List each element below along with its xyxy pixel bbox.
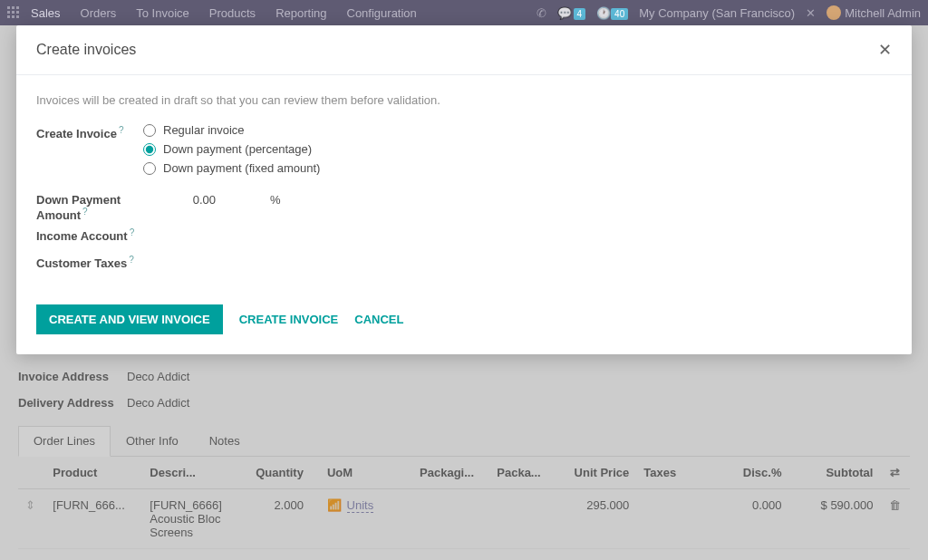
svg-rect-4 (12, 11, 14, 14)
company-selector[interactable]: My Company (San Francisco) (639, 6, 795, 20)
invoice-type-radiogroup: Regular invoice Down payment (percentage… (143, 123, 320, 175)
modal-title: Create invoices (36, 42, 878, 58)
apps-icon[interactable] (7, 6, 20, 19)
col-product: Product (45, 457, 142, 489)
messaging-icon[interactable]: 💬4 (557, 6, 586, 20)
col-subtotal: Subtotal (788, 457, 880, 489)
close-icon[interactable]: ✕ (878, 40, 892, 60)
cell-description: [FURN_6666] Acoustic Bloc Screens (142, 489, 239, 549)
delivery-address-label: Delivery Address (18, 396, 127, 410)
col-packaging: Packagi... (412, 457, 489, 489)
create-invoices-modal: Create invoices ✕ Invoices will be creat… (16, 25, 912, 354)
down-payment-unit: % (270, 193, 281, 207)
cell-unit-price: 295.000 (556, 489, 637, 549)
svg-rect-5 (16, 11, 19, 14)
col-taxes: Taxes (636, 457, 718, 489)
create-invoice-button[interactable]: Create Invoice (239, 313, 339, 326)
tab-notes[interactable]: Notes (194, 426, 256, 456)
svg-rect-6 (7, 15, 10, 18)
delivery-address-value: Deco Addict (127, 396, 189, 410)
svg-rect-7 (12, 15, 14, 18)
cell-uom[interactable]: Units (347, 498, 374, 513)
order-tabs: Order Lines Other Info Notes (18, 426, 910, 457)
cell-disc: 0.000 (718, 489, 789, 549)
invoice-address-value: Deco Addict (127, 370, 189, 383)
help-icon[interactable]: ? (129, 255, 134, 265)
help-icon[interactable]: ? (82, 207, 88, 217)
trash-icon[interactable]: 🗑 (889, 498, 901, 512)
table-row[interactable]: ⇕ [FURN_666... [FURN_6666] Acoustic Bloc… (18, 489, 910, 549)
col-unit-price: Unit Price (556, 457, 637, 489)
app-name[interactable]: Sales (31, 6, 61, 20)
cell-quantity: 2.000 (239, 489, 311, 549)
create-and-view-invoice-button[interactable]: Create and View Invoice (36, 304, 223, 334)
help-icon[interactable]: ? (130, 227, 135, 237)
main-menu: Orders To Invoice Products Reporting Con… (81, 6, 417, 20)
cancel-button[interactable]: Cancel (354, 313, 403, 326)
menu-to-invoice[interactable]: To Invoice (136, 6, 189, 20)
customer-taxes-label: Customer Taxes? (36, 253, 143, 270)
svg-rect-3 (7, 11, 10, 14)
menu-orders[interactable]: Orders (81, 6, 117, 20)
radio-down-fixed[interactable]: Down payment (fixed amount) (143, 161, 320, 175)
radio-down-percentage[interactable]: Down payment (percentage) (143, 142, 320, 156)
down-payment-value[interactable]: 0.00 (143, 193, 216, 207)
col-uom: UoM (311, 457, 412, 489)
menu-products[interactable]: Products (209, 6, 256, 20)
top-navbar: Sales Orders To Invoice Products Reporti… (0, 0, 928, 25)
col-disc: Disc.% (718, 457, 789, 489)
phone-icon[interactable]: ✆ (536, 6, 546, 20)
invoice-address-label: Invoice Address (18, 370, 127, 383)
menu-reporting[interactable]: Reporting (276, 6, 326, 20)
menu-configuration[interactable]: Configuration (347, 6, 417, 20)
col-packa: Packa... (489, 457, 555, 489)
forecast-icon[interactable]: 📶 (327, 498, 342, 512)
col-quantity: Quantity (239, 457, 311, 489)
cell-product: [FURN_666... (45, 489, 142, 549)
modal-help-text: Invoices will be created in draft so tha… (36, 93, 892, 107)
drag-handle-icon[interactable]: ⇕ (25, 498, 35, 512)
cell-subtotal: $ 590.000 (788, 489, 880, 549)
svg-rect-8 (16, 15, 19, 18)
down-payment-label: Down Payment Amount? (36, 191, 143, 222)
order-lines-table: Product Descri... Quantity UoM Packagi..… (18, 457, 910, 549)
svg-rect-2 (16, 6, 19, 9)
tools-icon[interactable]: ✕ (806, 6, 816, 20)
tab-order-lines[interactable]: Order Lines (18, 426, 111, 457)
activity-icon[interactable]: 🕐40 (596, 6, 628, 20)
create-invoice-label: Create Invoice? (36, 123, 143, 140)
col-description: Descri... (142, 457, 239, 489)
help-icon[interactable]: ? (119, 125, 124, 135)
user-menu[interactable]: Mitchell Admin (826, 5, 921, 20)
radio-regular[interactable]: Regular invoice (143, 123, 320, 137)
tab-other-info[interactable]: Other Info (111, 426, 194, 456)
svg-rect-0 (7, 6, 10, 9)
swap-icon[interactable]: ⇄ (890, 466, 900, 479)
svg-rect-1 (12, 6, 14, 9)
income-account-label: Income Account? (36, 226, 143, 243)
